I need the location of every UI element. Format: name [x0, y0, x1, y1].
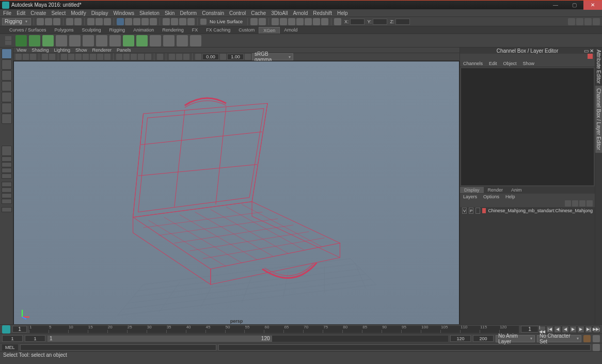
- panel-menu-show[interactable]: Show: [75, 48, 87, 53]
- outliner-toggle[interactable]: [2, 207, 12, 212]
- light-editor-icon[interactable]: [305, 18, 312, 25]
- command-input[interactable]: [20, 344, 216, 351]
- vp-shadows-icon[interactable]: [145, 54, 151, 60]
- layout-a[interactable]: [2, 156, 12, 162]
- menu-skin[interactable]: Skin: [165, 10, 175, 16]
- toggle-panel-icon[interactable]: [250, 18, 258, 25]
- auto-key-icon[interactable]: [583, 335, 591, 342]
- xgen-tool4-icon[interactable]: [56, 35, 67, 46]
- step-forward-button[interactable]: ▶: [577, 326, 584, 333]
- time-track[interactable]: 1510152025303540455055606570758085909510…: [29, 326, 519, 333]
- layer-type-cell[interactable]: [476, 208, 480, 214]
- layer-tab-anim[interactable]: Anim: [507, 187, 526, 193]
- layer-tab-render[interactable]: Render: [484, 187, 508, 193]
- live-surface-icon[interactable]: [200, 19, 207, 25]
- go-start-button[interactable]: |◀◀: [538, 326, 546, 333]
- layout-h[interactable]: [2, 199, 12, 204]
- snap-surface-icon[interactable]: [150, 18, 157, 25]
- vp-camera-attr-icon[interactable]: [23, 54, 29, 60]
- toggle-panel2-icon[interactable]: [259, 18, 266, 25]
- shelf-tab-fx-caching[interactable]: FX Caching: [202, 27, 234, 33]
- redo-icon[interactable]: [74, 18, 82, 25]
- vp-gamma-field[interactable]: [227, 54, 244, 60]
- menu-skeleton[interactable]: Skeleton: [139, 10, 160, 16]
- menu-modify[interactable]: Modify: [71, 10, 86, 16]
- x-field[interactable]: [350, 19, 365, 25]
- layer-menu-layers[interactable]: Layers: [463, 194, 477, 199]
- play-back-button[interactable]: ◀: [562, 326, 569, 333]
- vp-bookmark-icon[interactable]: [30, 54, 36, 60]
- xgen-tool1-icon[interactable]: [15, 35, 27, 46]
- vp-shaded-icon[interactable]: [123, 54, 130, 60]
- shelf-tab-xgen[interactable]: XGen: [259, 27, 280, 34]
- panel-menu-panels[interactable]: Panels: [117, 48, 131, 53]
- last-tool[interactable]: [2, 114, 12, 124]
- layout-d[interactable]: [2, 173, 12, 179]
- layer-move-down-icon[interactable]: [572, 200, 578, 207]
- snap-curve-icon[interactable]: [125, 18, 132, 25]
- script-editor-icon[interactable]: [593, 344, 600, 351]
- layer-new-selected-icon[interactable]: [587, 200, 593, 207]
- menu-redshift[interactable]: Redshift: [313, 10, 332, 16]
- layer-visible-toggle[interactable]: V: [462, 208, 467, 214]
- menu-arnold[interactable]: Arnold: [293, 10, 308, 16]
- layout-b[interactable]: [2, 162, 12, 167]
- vp-2d-icon[interactable]: [49, 54, 55, 60]
- lasso-tool[interactable]: [2, 59, 12, 70]
- sidebar-toggle1-icon[interactable]: [568, 18, 575, 25]
- render-ipr-icon[interactable]: [288, 18, 295, 25]
- layer-row[interactable]: V P Chinese_Mahjong_mb_standart:Chinese_…: [460, 207, 595, 214]
- select-hierarchy-icon[interactable]: [87, 18, 94, 25]
- vp-textured-icon[interactable]: [131, 54, 137, 60]
- range-end-outer[interactable]: [473, 335, 494, 342]
- panel-menu-lighting[interactable]: Lighting: [54, 48, 70, 53]
- xgen-tool6-icon[interactable]: [83, 35, 94, 46]
- undo-icon[interactable]: [66, 18, 73, 25]
- vp-isolate-icon[interactable]: [157, 54, 163, 60]
- vp-gate-mask-icon[interactable]: [83, 54, 89, 60]
- sidebar-toggle2-icon[interactable]: [576, 18, 583, 25]
- xgen-tool14-icon[interactable]: [190, 35, 201, 46]
- cb-menu-edit[interactable]: Edit: [489, 61, 497, 66]
- paint-select-tool[interactable]: [2, 70, 12, 81]
- snap-point-icon[interactable]: [133, 18, 140, 25]
- select-tool[interactable]: [2, 49, 12, 59]
- rotate-tool[interactable]: [2, 92, 12, 102]
- go-end-button[interactable]: ▶▶|: [593, 326, 600, 333]
- shelf-tab-arnold[interactable]: Arnold: [280, 27, 302, 33]
- save-scene-icon[interactable]: [53, 18, 60, 25]
- select-object-icon[interactable]: [96, 18, 103, 25]
- maximize-button[interactable]: ▢: [565, 1, 583, 10]
- vp-exposure-field[interactable]: [202, 54, 219, 60]
- y-field[interactable]: [373, 19, 387, 25]
- shelf-opt2-icon[interactable]: [5, 41, 11, 45]
- menu-3dtoall[interactable]: 3DtoAll: [271, 10, 288, 16]
- anim-layer-dropdown[interactable]: No Anim Layer: [496, 335, 535, 342]
- cb-menu-channels[interactable]: Channels: [463, 61, 483, 66]
- step-back-key-button[interactable]: |◀: [546, 326, 553, 333]
- time-slider[interactable]: 1510152025303540455055606570758085909510…: [0, 324, 602, 334]
- render-settings-icon[interactable]: [187, 18, 195, 25]
- menu-control[interactable]: Control: [229, 10, 246, 16]
- xgen-tool2-icon[interactable]: [29, 35, 40, 46]
- shelf-tab-sculpting[interactable]: Sculpting: [78, 27, 105, 33]
- z-field[interactable]: [395, 19, 410, 25]
- shelf-tab-curves-surfaces[interactable]: Curves / Surfaces: [5, 27, 51, 33]
- layer-color-swatch[interactable]: [482, 208, 486, 213]
- shelf-tab-rendering[interactable]: Rendering: [158, 27, 188, 33]
- range-start-inner[interactable]: [25, 335, 45, 342]
- vp-wireframe-icon[interactable]: [116, 54, 122, 60]
- menu-help[interactable]: Help: [337, 10, 348, 16]
- layer-menu-help[interactable]: Help: [505, 194, 515, 199]
- snap-grid-icon[interactable]: [117, 18, 124, 25]
- sidebar-toggle4-icon[interactable]: [593, 18, 600, 25]
- vp-lights-icon[interactable]: [138, 54, 144, 60]
- cb-color-swatch-icon[interactable]: [588, 54, 593, 59]
- menu-deform[interactable]: Deform: [180, 10, 197, 16]
- layout-g[interactable]: [2, 193, 12, 198]
- range-start-outer[interactable]: [2, 335, 23, 342]
- layer-menu-options[interactable]: Options: [483, 194, 499, 199]
- new-scene-icon[interactable]: [37, 18, 44, 25]
- vp-transform-dropdown[interactable]: sRGB gamma: [252, 53, 293, 60]
- mode-selector[interactable]: Rigging: [2, 18, 31, 25]
